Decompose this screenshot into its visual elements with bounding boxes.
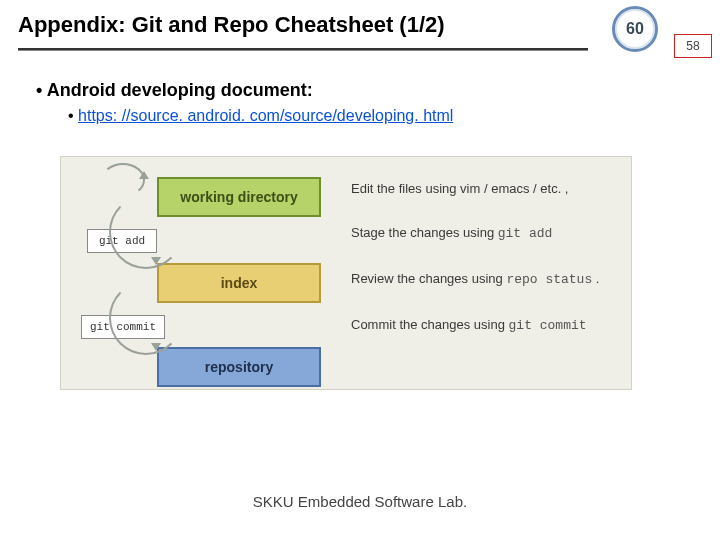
arrow-edit-loop-head — [139, 171, 149, 179]
slide-content: Android developing document: https: //so… — [36, 80, 680, 125]
desc-commit: Commit the changes using git commit — [351, 317, 619, 335]
desc-commit-cmd: git commit — [509, 318, 587, 333]
git-workflow-diagram: working directory index repository git a… — [60, 156, 632, 390]
arrow-edit-loop — [101, 163, 145, 197]
desc-stage-prefix: Stage the changes using — [351, 225, 498, 240]
arrow-wd-to-index-arc — [109, 195, 183, 269]
slide: Appendix: Git and Repo Cheatsheet (1/2) … — [0, 0, 720, 540]
source-link[interactable]: https: //source. android. com/source/dev… — [78, 107, 453, 124]
desc-edit: Edit the files using vim / emacs / etc. … — [351, 181, 619, 198]
desc-review-cmd: repo status — [506, 272, 592, 287]
desc-stage: Stage the changes using git add — [351, 225, 619, 243]
slide-header: Appendix: Git and Repo Cheatsheet (1/2) — [18, 12, 600, 38]
page-badge-sub: 58 — [674, 34, 712, 58]
stage-working-directory: working directory — [157, 177, 321, 217]
desc-stage-cmd: git add — [498, 226, 553, 241]
page-badge-main: 60 — [612, 6, 658, 52]
stage-repository: repository — [157, 347, 321, 387]
slide-title: Appendix: Git and Repo Cheatsheet (1/2) — [18, 12, 600, 38]
desc-review-suffix: . — [592, 271, 599, 286]
arrow-wd-to-index-head — [151, 257, 161, 265]
desc-edit-text: Edit the files using vim / emacs / etc. … — [351, 181, 568, 196]
stage-index: index — [157, 263, 321, 303]
bullet-level1: Android developing document: — [36, 80, 680, 101]
desc-review: Review the changes using repo status . — [351, 271, 619, 289]
arrow-index-to-repo-head — [151, 343, 161, 351]
bullet-level2: https: //source. android. com/source/dev… — [68, 107, 680, 125]
arrow-index-to-repo-arc — [109, 281, 183, 355]
slide-footer: SKKU Embedded Software Lab. — [0, 493, 720, 510]
desc-review-prefix: Review the changes using — [351, 271, 506, 286]
title-rule — [18, 48, 588, 51]
desc-commit-prefix: Commit the changes using — [351, 317, 509, 332]
